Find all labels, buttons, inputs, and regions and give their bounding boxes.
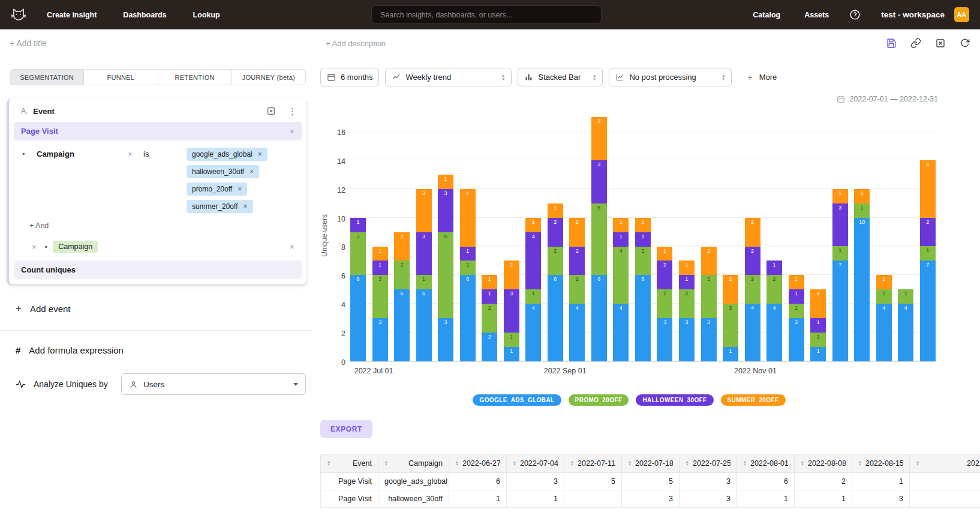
bar-segment-google-ads-global[interactable]: 3 [438,318,453,361]
bar-segment-halloween-30off[interactable]: 1 [460,247,476,261]
bar-segment-halloween-30off[interactable]: 1 [679,275,695,289]
tab-journey-beta[interactable]: JOURNEY (beta) [232,69,306,85]
bar-segment-summer-20off[interactable]: 1 [832,189,848,203]
bar-segment-summer-20off[interactable]: 1 [525,218,541,232]
bar-2022-06-27[interactable]: 136 [350,218,366,361]
bar-segment-promo-20off[interactable]: 6 [438,232,453,319]
bar-segment-summer-20off[interactable]: 2 [394,232,410,261]
filter-property[interactable]: Campaign [37,148,128,158]
bar-segment-halloween-30off[interactable]: 4 [525,232,541,290]
remove-breakdown-icon[interactable]: × [32,242,37,251]
date-range-display[interactable]: 2022-07-01 — 2022-12-31 [320,95,938,103]
remove-breakdown-row-icon[interactable]: × [290,242,294,251]
sort-icon[interactable]: ▲▼ [858,460,862,467]
bar-segment-summer-20off[interactable]: 4 [460,189,476,247]
bar-segment-summer-20off[interactable]: 1 [613,218,629,232]
bar-2022-11-28[interactable]: 1317 [832,189,848,361]
bar-2022-10-10[interactable]: 1123 [679,260,695,361]
bar-2022-08-15[interactable]: 2311 [504,260,519,361]
chart-type-select[interactable]: Stacked Bar ▲▼ [518,68,603,86]
bar-2022-09-05[interactable]: 2224 [569,218,585,361]
bar-segment-google-ads-global[interactable]: 3 [657,318,672,361]
add-and-condition-button[interactable]: + And [29,221,302,230]
bar-segment-halloween-30off[interactable]: 3 [504,289,519,333]
bar-segment-google-ads-global[interactable]: 5 [394,289,410,361]
tab-funnel[interactable]: FUNNEL [84,69,158,85]
filter-chip-google-ads-global[interactable]: google_ads_global× [187,148,267,161]
bar-segment-halloween-30off[interactable]: 1 [766,260,782,275]
legend-item-halloween-30off[interactable]: HALLOWEEN_30OFF [636,394,713,406]
workspace-name[interactable]: test - workspace [881,10,945,19]
event-name[interactable]: Page Visit [21,127,58,136]
bar-segment-promo-20off[interactable]: 2 [679,289,695,318]
bar-segment-google-ads-global[interactable]: 10 [854,218,870,361]
column-header-campaign[interactable]: ▲▼Campaign [378,454,449,473]
bar-2022-10-31[interactable]: 2224 [745,218,760,361]
kebab-menu-icon[interactable]: ⋮ [288,107,297,116]
bar-2022-08-29[interactable]: 1226 [548,203,563,361]
breakdown-property-chip[interactable]: Campaign [53,241,98,253]
sort-icon[interactable]: ▲▼ [686,460,689,467]
bar-segment-halloween-30off[interactable]: 1 [810,318,826,333]
column-header-2022-06-27[interactable]: ▲▼2022-06-27 [449,454,507,473]
column-header-2022-08-22[interactable]: ▲▼2022-08-22 [910,454,980,473]
bar-2022-07-04[interactable]: 1133 [372,247,388,362]
bar-segment-promo-20off[interactable]: 3 [701,275,717,318]
column-header-2022-08-01[interactable]: ▲▼2022-08-01 [737,454,795,473]
sort-icon[interactable]: ▲▼ [455,460,459,467]
refresh-icon[interactable] [960,38,970,49]
bar-segment-summer-20off[interactable]: 1 [438,175,453,189]
bar-segment-halloween-30off[interactable]: 3 [416,232,432,276]
filter-chip-halloween-30off[interactable]: halloween_30off× [187,165,259,178]
bar-segment-summer-20off[interactable]: 3 [591,117,607,160]
bar-2022-12-19[interactable]: 14 [898,289,913,361]
bar-segment-summer-20off[interactable]: 1 [372,247,388,261]
bar-segment-promo-20off[interactable]: 1 [504,333,519,347]
bar-segment-google-ads-global[interactable]: 6 [350,275,366,361]
bar-segment-promo-20off[interactable]: 1 [460,260,476,275]
topnav-create-insight[interactable]: Create insight [47,11,97,19]
bar-segment-summer-20off[interactable]: 1 [657,247,672,261]
add-filter-icon[interactable] [266,106,276,116]
column-header-2022-07-25[interactable]: ▲▼2022-07-25 [680,454,737,473]
bar-segment-google-ads-global[interactable]: 6 [635,275,651,361]
bar-2022-12-26[interactable]: 4217 [920,160,936,361]
chip-remove-icon[interactable]: × [238,185,242,193]
app-logo-cat-icon[interactable] [11,7,26,23]
legend-item-google-ads-global[interactable]: GOOGLE_ADS_GLOBAL [473,394,561,406]
bar-segment-google-ads-global[interactable]: 6 [591,275,607,361]
bar-segment-promo-20off[interactable]: 2 [394,260,410,289]
bar-segment-halloween-30off[interactable]: 1 [789,289,804,304]
bar-segment-promo-20off[interactable]: 2 [745,275,760,304]
export-button[interactable]: EXPORT [320,420,372,438]
bar-segment-summer-20off[interactable]: 2 [745,218,760,247]
legend-item-summer-20off[interactable]: SUMMER_20OFF [721,394,786,406]
analyze-entity-select[interactable]: Users [121,373,306,395]
bar-segment-halloween-30off[interactable]: 1 [350,218,366,232]
bar-segment-promo-20off[interactable]: 5 [591,203,607,276]
add-title-button[interactable]: + Add title [10,38,47,48]
remove-filter-icon[interactable]: × [128,148,143,158]
sort-icon[interactable]: ▲▼ [916,460,919,467]
legend-item-promo-20off[interactable]: PROMO_20OFF [569,394,629,406]
bar-segment-halloween-30off[interactable]: 2 [920,218,936,247]
post-processing-select[interactable]: No post processing ▲▼ [609,68,732,86]
filter-chip-promo-20off[interactable]: promo_20off× [187,182,247,196]
bar-2022-10-24[interactable]: 231 [723,275,738,361]
bar-segment-google-ads-global[interactable]: 1 [810,347,826,361]
bar-segment-promo-20off[interactable]: 1 [920,246,936,260]
trend-interval-select[interactable]: Weekly trend ▲▼ [385,68,512,86]
bar-segment-google-ads-global[interactable]: 3 [679,318,695,361]
bar-segment-google-ads-global[interactable]: 2 [482,333,497,361]
sort-icon[interactable]: ▲▼ [513,460,516,467]
bar-segment-google-ads-global[interactable]: 6 [548,275,563,361]
bar-segment-summer-20off[interactable]: 1 [635,218,651,232]
sort-icon[interactable]: ▲▼ [570,460,574,467]
bar-segment-google-ads-global[interactable]: 1 [723,347,738,361]
sort-icon[interactable]: ▲▼ [801,460,804,467]
bar-segment-google-ads-global[interactable]: 4 [876,304,892,361]
bar-segment-summer-20off[interactable]: 2 [569,218,585,247]
bar-segment-summer-20off[interactable]: 1 [482,275,497,289]
column-header-2022-07-11[interactable]: ▲▼2022-07-11 [564,454,622,473]
bar-segment-halloween-30off[interactable]: 1 [613,232,629,247]
